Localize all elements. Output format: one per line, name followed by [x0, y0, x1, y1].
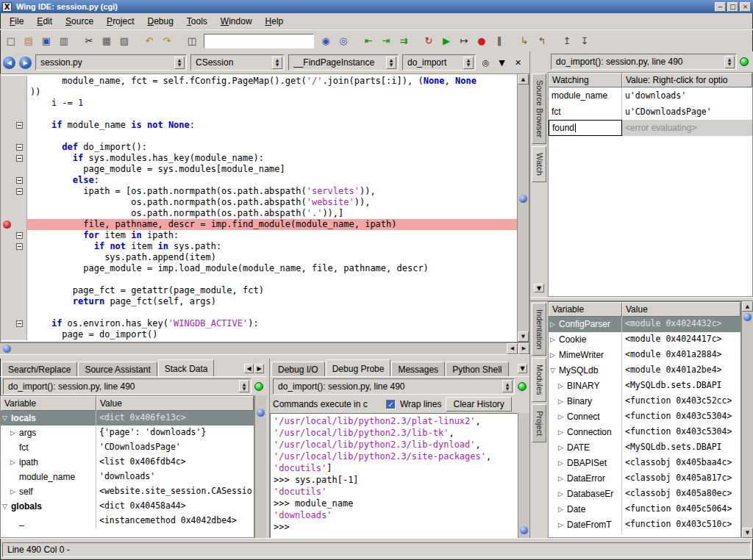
expander-icon[interactable]: ▷ [558, 472, 567, 486]
variable-column-header[interactable]: Variable [1, 396, 96, 411]
run-icon[interactable]: ▶ [438, 33, 454, 49]
spin-down-icon[interactable]: ▼ [728, 62, 732, 66]
search-options-icon[interactable]: ◫ [184, 33, 200, 49]
stack-vscroll-thumb[interactable] [257, 409, 265, 417]
combo-spinner-icon[interactable]: ▲▼ [724, 56, 735, 68]
expander-icon[interactable]: ▷ [558, 456, 567, 470]
scroll-right-icon[interactable]: ▶ [518, 343, 529, 354]
expander-icon[interactable]: ▷ [558, 487, 567, 501]
fold-toggle-icon[interactable] [16, 177, 23, 184]
expander-icon[interactable]: ▷ [10, 426, 19, 439]
tree-row[interactable]: ▷Binary<function 0x403c52cc> [549, 394, 740, 409]
console-vscroll-thumb[interactable] [520, 526, 528, 534]
find-prev-icon[interactable]: ⇤ [360, 33, 376, 49]
tree-row[interactable]: ▷DATE<MySQLdb.sets.DBAPI [549, 440, 740, 456]
new-file-icon[interactable]: □ [3, 33, 19, 49]
tree-row[interactable]: ▷Connect<function 0x403c5304> [549, 409, 740, 425]
spin-down-icon[interactable]: ▼ [276, 62, 279, 67]
code-line[interactable]: ipath = [os.path.normpath(os.path.abspat… [1, 186, 517, 197]
vtab-indentation[interactable]: Indentation [532, 303, 546, 356]
editor-menu-icon[interactable]: ▼ [496, 58, 508, 68]
stack-frame-combo[interactable]: do_import(): session.py, line 490 ▲▼ [3, 378, 251, 395]
combo-spinner-icon[interactable]: ▲▼ [174, 57, 185, 69]
probe-frame-combo[interactable]: do_import(): session.py, line 490 ▲▼ [273, 378, 515, 395]
code-line[interactable]: page_module = imp.load_module(module_nam… [1, 263, 517, 274]
open-file-icon[interactable]: ▤ [21, 33, 37, 49]
code-line[interactable] [1, 274, 517, 285]
code-line[interactable]: return page_fct(self, args) [1, 296, 517, 307]
titlebar[interactable]: X Wing IDE: session.py (cgi) −□× [0, 0, 753, 13]
combo-spinner-icon[interactable]: ▲▼ [502, 380, 513, 392]
spin-down-icon[interactable]: ▼ [243, 387, 246, 391]
code-line[interactable]: file, pathname, descr = imp.find_module(… [1, 219, 517, 230]
value-column-header[interactable]: Value [622, 302, 740, 317]
find-next-icon[interactable]: ⇥ [378, 33, 394, 49]
fold-toggle-icon[interactable] [16, 188, 23, 195]
code-line[interactable]: sys.path.append(item) [1, 252, 517, 263]
fold-toggle-icon[interactable] [16, 155, 23, 162]
breakpoint-icon[interactable] [3, 220, 11, 229]
symbol-combo[interactable]: do_import ▲▼ [402, 54, 476, 71]
code-line[interactable]: module_name, fct = self.fConfig.PageMap(… [1, 76, 517, 87]
print-icon[interactable]: ▥ [56, 33, 72, 49]
tab-stack-data[interactable]: Stack Data [158, 359, 215, 376]
maximize-button[interactable]: □ [727, 2, 738, 12]
scroll-left-icon[interactable]: ◀ [507, 343, 518, 354]
file-combo[interactable]: session.py ▲▼ [35, 54, 187, 71]
combo-spinner-icon[interactable]: ▲▼ [386, 57, 396, 69]
code-line[interactable]: for item in ipath: [1, 230, 517, 241]
combo-spinner-icon[interactable]: ▲▼ [463, 57, 474, 69]
probe-console[interactable]: '/usr/local/lib/python2.3/plat-linux2','… [270, 413, 518, 538]
tab-source-assistant[interactable]: Source Assistant [78, 362, 157, 376]
tree-row[interactable]: ▷args{'page': 'downloads'} [1, 426, 254, 440]
code-line[interactable]: if os.environ.has_key('WINGDB_ACTIVE'): [1, 318, 517, 329]
stop-icon[interactable]: ● [474, 33, 490, 49]
tree-row[interactable]: ▷DBAPISet<classobj 0x405baa4c> [549, 456, 740, 471]
combo-spinner-icon[interactable]: ▲▼ [272, 57, 282, 69]
watch-row[interactable]: found<error evaluating> [549, 120, 752, 136]
code-line[interactable]: if module_name is not None: [1, 120, 517, 131]
code-line[interactable]: def do_import(): [1, 142, 517, 153]
tree-row[interactable]: ▷Date<function 0x405c5064> [549, 502, 740, 517]
combo-spinner-icon[interactable]: ▲▼ [239, 380, 249, 392]
step-into-icon[interactable]: ↳ [516, 33, 532, 49]
modules-vscrollbar[interactable]: ▲ ▼ [741, 301, 753, 538]
console-vscrollbar[interactable] [518, 413, 529, 538]
watch-value-column-header[interactable]: Value: Right-click for optio [622, 73, 752, 87]
vtab-project[interactable]: Project [532, 404, 546, 442]
history-back-button[interactable]: ◀ [3, 57, 15, 69]
expander-icon[interactable]: ▷ [10, 456, 19, 469]
history-forward-button[interactable]: ▶ [19, 57, 32, 69]
source-options-icon[interactable]: ◎ [479, 58, 492, 68]
tree-row[interactable]: ▷Cookie<module 0x4024417c> [549, 332, 740, 348]
menu-help[interactable]: Help [259, 14, 290, 29]
tab-strip-more-icon[interactable]: ▼ [534, 284, 544, 292]
menu-tools[interactable]: Tools [180, 14, 214, 29]
vtab-source-browser[interactable]: Source Browser [532, 73, 546, 144]
expander-icon[interactable]: ▷ [558, 379, 567, 393]
expander-icon[interactable]: ▷ [558, 503, 567, 517]
fold-toggle-icon[interactable] [16, 144, 23, 151]
step-out-icon[interactable]: ↰ [534, 33, 550, 49]
vtab-watch[interactable]: Watch [532, 146, 546, 182]
tab-scroll-right-icon[interactable]: ▶ [254, 364, 264, 373]
code-line[interactable]: if sys.modules.has_key(module_name): [1, 153, 517, 164]
editor-close-icon[interactable]: ✕ [512, 58, 524, 68]
tree-row[interactable]: ▽locals<dict 0x406fe13c> [1, 411, 254, 426]
tree-row[interactable]: ▷self<website.site_session.CASessio [1, 484, 254, 499]
code-line[interactable]: os.path.normpath(os.path.abspath('.')),] [1, 208, 517, 219]
tree-row[interactable]: ▽MySQLdb<module 0x401a2be4> [549, 363, 740, 378]
cut-icon[interactable]: ✂ [81, 33, 97, 49]
menu-debug[interactable]: Debug [140, 14, 179, 29]
watch-row[interactable]: fctu'CDownloadsPage' [549, 104, 752, 120]
code-line[interactable]: if not item in sys.path: [1, 241, 517, 252]
watching-column-header[interactable]: Watching [549, 73, 622, 87]
tree-row[interactable]: ▷ipath<list 0x406fdb4c> [1, 455, 254, 470]
toolbar-search-input[interactable] [204, 34, 314, 49]
find-all-icon[interactable]: ⇉ [396, 33, 412, 49]
search-files-icon[interactable]: ◎ [335, 33, 351, 49]
code-line[interactable] [1, 109, 517, 120]
fold-toggle-icon[interactable] [16, 122, 23, 129]
scroll-up-icon[interactable]: ▲ [518, 74, 529, 85]
class-combo[interactable]: CSession ▲▼ [190, 54, 285, 71]
